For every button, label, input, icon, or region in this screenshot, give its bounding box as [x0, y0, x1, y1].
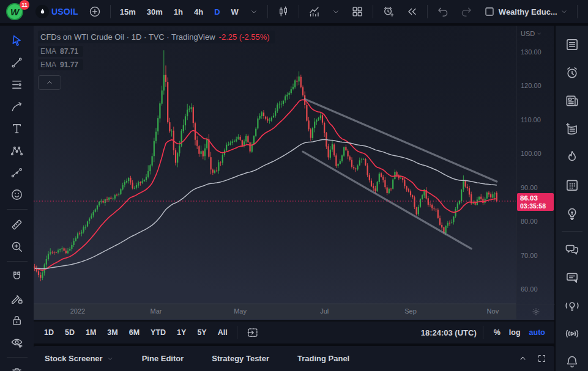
- ideas-button[interactable]: [560, 199, 584, 227]
- forecast-button[interactable]: [6, 161, 29, 183]
- center-column: 2022MarMayJulSepNov CFDs on WTI Crude Oi…: [34, 26, 554, 371]
- notifications-bell-button[interactable]: [560, 348, 584, 371]
- range-6m[interactable]: 6M: [124, 326, 144, 339]
- trend-line-drawing[interactable]: [303, 152, 471, 249]
- price-tick-label: 70.00: [521, 252, 538, 259]
- streams-button[interactable]: [560, 320, 584, 348]
- ema-label: EMA: [40, 61, 56, 69]
- price-tick-label: 110.00: [521, 116, 541, 123]
- compare-add-button[interactable]: [84, 2, 105, 21]
- price-tick-label: 100.00: [521, 150, 541, 157]
- hide-drawings-button[interactable]: [6, 331, 29, 353]
- layout-chevron-down-icon: [560, 5, 568, 18]
- zoom-in-icon: [10, 240, 24, 254]
- trend-line-button[interactable]: [6, 51, 29, 73]
- chart-title-row[interactable]: CFDs on WTI Crude Oil · 1D · TVC · Tradi…: [38, 31, 275, 43]
- alerts-button[interactable]: [560, 59, 584, 87]
- fib-retracement-button[interactable]: [6, 73, 29, 95]
- fullscreen-icon[interactable]: [537, 353, 547, 364]
- xabcd-pattern-icon: [10, 144, 24, 158]
- chart-style-button[interactable]: [273, 2, 294, 21]
- lock-all-button[interactable]: [6, 309, 29, 331]
- price-axis[interactable]: USD 86.03 03:35:58 130.00120.00110.00100…: [516, 26, 554, 320]
- interval-chevron-down-icon[interactable]: [245, 4, 262, 19]
- magnet-button[interactable]: [6, 265, 29, 287]
- alerts-icon: [564, 65, 580, 81]
- layout-menu-button[interactable]: Wealthy Educ...: [479, 2, 572, 21]
- app-logo[interactable]: W 11: [6, 2, 27, 21]
- interval-30m[interactable]: 30m: [143, 4, 167, 20]
- footer-trading-panel[interactable]: Trading Panel: [294, 353, 353, 364]
- interval-15m[interactable]: 15m: [116, 4, 140, 20]
- bar-replay-button[interactable]: [401, 2, 422, 21]
- range-1d[interactable]: 1D: [39, 326, 59, 339]
- public-chats-button[interactable]: [560, 235, 584, 263]
- undo-button[interactable]: [433, 2, 453, 21]
- range-1m[interactable]: 1M: [81, 326, 101, 339]
- percent-scale-button[interactable]: %: [489, 326, 505, 339]
- calendar-button[interactable]: [560, 171, 584, 199]
- private-chat-button[interactable]: [560, 263, 584, 292]
- footer-collapse-chevron-up-icon[interactable]: [518, 353, 528, 364]
- legend-collapse-button[interactable]: [38, 75, 61, 90]
- calendar-icon: [564, 177, 580, 193]
- xabcd-pattern-button[interactable]: [6, 139, 29, 161]
- go-to-date-button[interactable]: [242, 323, 263, 342]
- range-5y[interactable]: 5Y: [192, 326, 211, 339]
- zoom-in-button[interactable]: [6, 235, 29, 257]
- news-button[interactable]: [560, 87, 584, 115]
- toolbar-divider: [237, 326, 237, 339]
- ideas-stream-button[interactable]: [560, 292, 584, 320]
- footer-strategy-tester[interactable]: Strategy Tester: [208, 353, 273, 364]
- tradingview-app: W 11 USOIL 15m30m1h4hDW Wealthy Educ...: [0, 0, 588, 371]
- interval-D[interactable]: D: [210, 4, 224, 20]
- layout-grid-button[interactable]: [347, 2, 368, 21]
- text-button[interactable]: [6, 117, 29, 139]
- text-notes-icon: [564, 121, 580, 137]
- chart-change: -2.25 (-2.55%): [219, 32, 270, 42]
- indicator-row-ema-fast[interactable]: EMA87.71: [38, 46, 83, 57]
- ema-label: EMA: [40, 47, 56, 56]
- ruler-button[interactable]: [6, 213, 29, 235]
- auto-scale-button[interactable]: auto: [525, 326, 549, 339]
- footer-item-label: Trading Panel: [297, 354, 349, 363]
- axis-currency-selector[interactable]: USD: [521, 30, 542, 37]
- clock[interactable]: 18:24:03 (UTC): [421, 328, 477, 337]
- search-button[interactable]: [582, 2, 588, 21]
- emoji-button[interactable]: [6, 183, 29, 205]
- symbol-button[interactable]: USOIL: [32, 2, 82, 21]
- indicator-row-ema-slow[interactable]: EMA91.77: [38, 59, 83, 70]
- drawing-toolbar: [0, 26, 34, 371]
- symbol-name: USOIL: [51, 7, 78, 17]
- interval-1h[interactable]: 1h: [169, 4, 187, 20]
- brush-button[interactable]: [6, 95, 29, 117]
- interval-4h[interactable]: 4h: [190, 4, 207, 20]
- create-alert-button[interactable]: [378, 2, 399, 21]
- layout-name: Wealthy Educ...: [499, 7, 557, 17]
- log-scale-button[interactable]: log: [505, 326, 525, 339]
- drawing-lock-button[interactable]: [6, 287, 29, 309]
- footer-stock-screener[interactable]: Stock Screener: [41, 353, 117, 364]
- watchlist-button[interactable]: [560, 31, 584, 59]
- main-area: 2022MarMayJulSepNov CFDs on WTI Crude Oi…: [0, 26, 588, 371]
- indicators-chevron-down-icon[interactable]: [327, 4, 344, 19]
- axis-settings-sun-icon[interactable]: [531, 307, 541, 317]
- range-1y[interactable]: 1Y: [172, 326, 191, 339]
- range-ytd[interactable]: YTD: [146, 326, 171, 339]
- footer-pine-editor[interactable]: Pine Editor: [138, 353, 188, 364]
- toolbar-divider: [7, 357, 28, 358]
- trash-button[interactable]: [6, 361, 29, 371]
- emoji-icon: [10, 188, 24, 202]
- interval-W[interactable]: W: [227, 4, 243, 20]
- redo-button[interactable]: [456, 2, 477, 21]
- indicators-button[interactable]: [304, 2, 325, 21]
- toolbar-divider: [110, 5, 111, 18]
- hotlists-button[interactable]: [560, 143, 584, 171]
- time-tick-label: Nov: [487, 307, 499, 315]
- cursor-button[interactable]: [6, 29, 29, 51]
- range-5d[interactable]: 5D: [60, 326, 80, 339]
- text-notes-button[interactable]: [560, 115, 584, 143]
- range-3m[interactable]: 3M: [102, 326, 122, 339]
- range-all[interactable]: All: [213, 326, 233, 339]
- toolbar-divider: [7, 209, 28, 210]
